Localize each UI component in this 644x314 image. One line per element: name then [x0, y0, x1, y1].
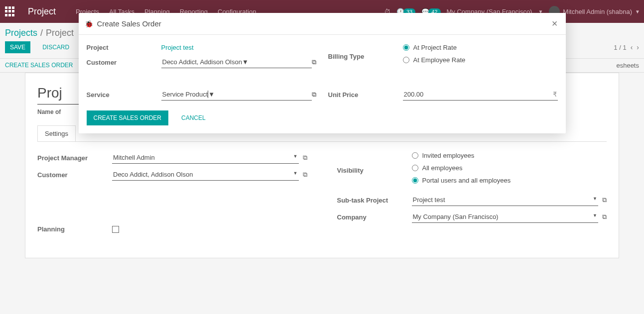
- modal-project-value[interactable]: Project test: [161, 44, 316, 51]
- chevron-down-icon: ▼: [242, 58, 249, 66]
- modal-unit-price-input[interactable]: 200.00 ₹: [403, 89, 558, 101]
- modal-billing-label: Billing Type: [328, 53, 403, 60]
- modal-customer-input[interactable]: Deco Addict, Addison Olson▼: [161, 56, 312, 68]
- modal-unit-price-label: Unit Price: [328, 91, 403, 99]
- modal-create-button[interactable]: CREATE SALES ORDER: [87, 110, 168, 125]
- modal-project-label: Project: [87, 44, 161, 51]
- billing-project-rate[interactable]: [403, 44, 409, 51]
- currency-symbol: ₹: [553, 91, 557, 98]
- modal-service-label: Service: [87, 91, 161, 99]
- modal-cancel-button[interactable]: CANCEL: [179, 110, 208, 125]
- modal-title: Create Sales Order: [97, 19, 161, 28]
- external-link-icon[interactable]: ⧉: [312, 58, 316, 66]
- chevron-down-icon: ▼: [208, 91, 215, 98]
- external-link-icon[interactable]: ⧉: [312, 91, 316, 99]
- bug-icon[interactable]: 🐞: [85, 20, 93, 28]
- create-sales-order-modal: 🐞 Create Sales Order × Project Project t…: [79, 13, 566, 133]
- modal-service-input[interactable]: Service Product▼: [161, 89, 312, 101]
- close-button[interactable]: ×: [552, 18, 558, 29]
- billing-employee-rate[interactable]: [403, 57, 409, 63]
- modal-customer-label: Customer: [87, 59, 161, 66]
